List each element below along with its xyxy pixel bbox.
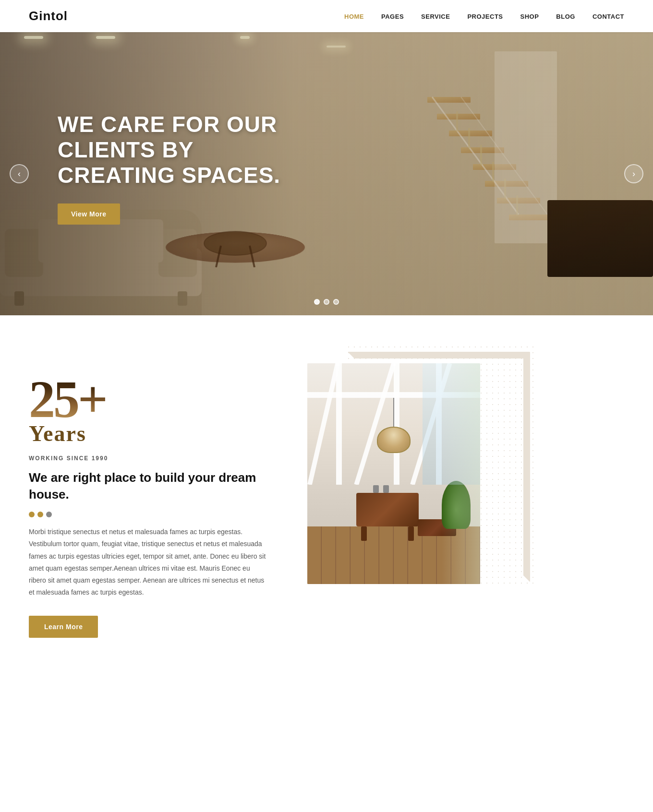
hero-dot-3[interactable]: [333, 299, 339, 305]
nav-item-pages[interactable]: PAGES: [381, 12, 404, 21]
hero-light-2: [96, 36, 115, 39]
hero-light-3: [240, 36, 250, 39]
about-decorative-dots: [29, 512, 269, 517]
hero-dot-1[interactable]: [314, 299, 320, 305]
hero-prev-button[interactable]: ‹: [10, 164, 29, 183]
about-left: 25+ Years WORKING SINCE 1990 We are righ…: [29, 363, 269, 638]
about-since: WORKING SINCE 1990: [29, 455, 269, 462]
nav-item-service[interactable]: SERVICE: [421, 12, 450, 21]
hero-light-4: [326, 46, 346, 48]
table-leg-left: [361, 526, 367, 541]
table-leg-right: [408, 526, 414, 541]
learn-more-button[interactable]: Learn More: [29, 616, 98, 638]
hero-view-more-button[interactable]: View More: [58, 203, 120, 225]
hero-section: WE CARE FOR OUR CLIENTS BY CREATING SPAC…: [0, 32, 653, 315]
about-years-number: 25+: [29, 373, 269, 426]
wood-table: [356, 493, 419, 526]
window-light: [442, 363, 480, 584]
logo: Gintol: [29, 9, 68, 24]
about-body: Morbi tristique senectus et netus et mal…: [29, 526, 269, 598]
about-section: 25+ Years WORKING SINCE 1990 We are righ…: [0, 315, 653, 686]
hero-dot-2[interactable]: [324, 299, 329, 305]
nav-item-blog[interactable]: BLOG: [556, 12, 575, 21]
hero-light-1: [24, 36, 43, 39]
hero-next-button[interactable]: ›: [624, 164, 643, 183]
nav-item-home[interactable]: HOME: [344, 12, 364, 21]
about-img-fake: [307, 363, 480, 584]
about-headline: We are right place to build your dream h…: [29, 469, 269, 503]
nav-item-contact[interactable]: CONTACT: [593, 12, 624, 21]
about-right: [307, 363, 519, 584]
about-dot-2: [37, 512, 43, 517]
svg-line-26: [310, 363, 338, 485]
about-dot-1: [29, 512, 35, 517]
nav-list: HOME PAGES SERVICE PROJECTS SHOP BLOG CO…: [344, 12, 624, 21]
mug-1: [373, 485, 379, 493]
hero-title: WE CARE FOR OUR CLIENTS BY CREATING SPAC…: [58, 112, 288, 188]
nav-item-projects[interactable]: PROJECTS: [467, 12, 503, 21]
nav-item-shop[interactable]: SHOP: [520, 12, 539, 21]
about-dot-3: [46, 512, 52, 517]
about-image: [307, 363, 480, 584]
hanging-lamp: [377, 398, 411, 453]
hero-dots: [314, 299, 339, 305]
navbar: Gintol HOME PAGES SERVICE PROJECTS SHOP …: [0, 0, 653, 32]
mug-2: [383, 485, 389, 493]
hero-content: WE CARE FOR OUR CLIENTS BY CREATING SPAC…: [58, 112, 288, 225]
lamp-shade: [377, 427, 411, 453]
lamp-cord: [393, 398, 394, 427]
